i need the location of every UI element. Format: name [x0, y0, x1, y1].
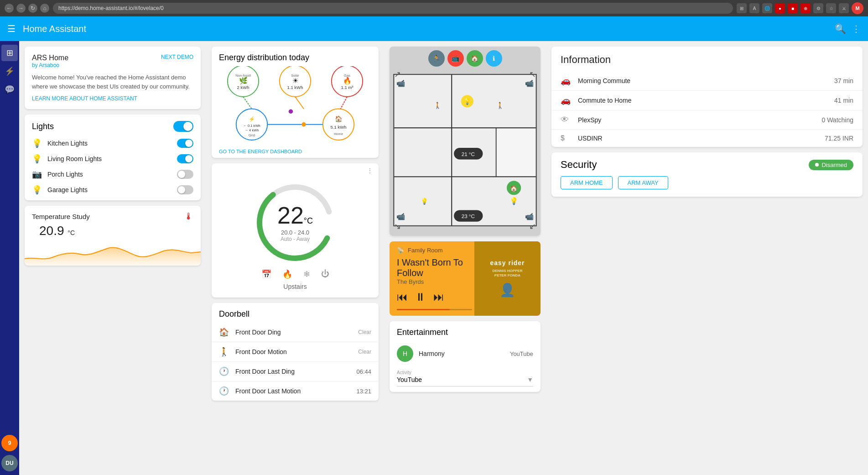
corner-camera-br: ↙: [529, 221, 536, 231]
arm-home-button[interactable]: ARM HOME: [561, 176, 613, 189]
doorbell-item-motion: 🚶 Front Door Motion Clear: [212, 342, 379, 362]
url-bar[interactable]: https://demo.home-assistant.io/#/lovelac…: [53, 3, 733, 14]
arm-away-button[interactable]: ARM AWAY: [618, 176, 668, 189]
doorbell-ding-clear[interactable]: Clear: [358, 329, 371, 335]
browser-ext-1[interactable]: ⊞: [737, 3, 747, 13]
car-icon-2: 🚗: [561, 95, 572, 105]
svg-text:🏠: 🏠: [335, 115, 343, 123]
entertainment-title: Entertainment: [390, 321, 541, 341]
kitchen-light-icon: 💡: [32, 138, 42, 148]
floorplan-nav-person-icon[interactable]: 🏃: [428, 50, 445, 67]
floorplan-nav-info-icon[interactable]: ℹ: [486, 50, 502, 67]
floorplan-nav-home-icon[interactable]: 🏠: [467, 50, 483, 67]
garage-light-knob: [178, 186, 185, 193]
commute-home-label: Commute to Home: [578, 97, 828, 104]
refresh-button[interactable]: ↻: [28, 4, 37, 13]
thermometer-icon: 🌡: [184, 211, 193, 222]
doorbell-item-ding: 🏠 Front Door Ding Clear: [212, 323, 379, 342]
sidebar-item-dashboard[interactable]: ⊞: [1, 45, 18, 61]
thermo-temp: 22°C 20.0 - 24.0 Auto - Away: [277, 204, 313, 242]
thermo-power-btn[interactable]: ⏻: [321, 269, 329, 279]
sidebar-item-energy[interactable]: ⚡: [1, 63, 18, 79]
browser-ext-8[interactable]: ☆: [826, 3, 836, 13]
thermo-menu-icon[interactable]: ⋮: [367, 167, 373, 174]
browser-ext-9[interactable]: ⚔: [839, 3, 849, 13]
browser-ext-2[interactable]: A: [749, 3, 759, 13]
thermo-name: Upstairs: [283, 283, 307, 290]
browser-ext-5[interactable]: ■: [788, 3, 798, 13]
svg-text:📹: 📹: [396, 79, 405, 88]
svg-line-21: [243, 97, 252, 109]
floorplan-card: 🏃 📺 🏠 ℹ: [390, 47, 541, 236]
svg-text:☀: ☀: [292, 77, 298, 84]
plexspy-item: 👁 PlexSpy 0 Watching: [551, 110, 863, 130]
temp-title: Temperature Study: [32, 213, 90, 220]
search-icon[interactable]: 🔍: [835, 23, 846, 34]
browser-profile[interactable]: M: [852, 2, 863, 14]
app-title: Home Assistant: [23, 24, 835, 34]
svg-text:→ 4 kWh: → 4 kWh: [244, 128, 259, 132]
svg-text:📹: 📹: [525, 79, 534, 88]
svg-text:📹: 📹: [396, 212, 405, 221]
doorbell-home-icon: 🏠: [219, 327, 230, 337]
thermo-schedule-btn[interactable]: 📅: [261, 269, 271, 279]
morning-commute-label: Morning Commute: [578, 77, 828, 84]
porch-light-label: Porch Lights: [47, 171, 172, 178]
security-header: Security Disarmed: [551, 152, 863, 176]
next-demo-button[interactable]: NEXT DEMO: [161, 54, 193, 60]
harmony-item: H Harmony YouTube: [390, 341, 541, 366]
thermo-header: ⋮: [212, 163, 379, 178]
doorbell-last-ding-value: 06:44: [356, 368, 371, 375]
harmony-icon: H: [397, 345, 413, 362]
more-icon[interactable]: ⋮: [852, 23, 861, 34]
music-title: I Wasn't Born To Follow: [397, 257, 472, 278]
svg-point-25: [289, 110, 293, 114]
pause-button[interactable]: ⏸: [415, 291, 426, 303]
notification-button[interactable]: 9: [1, 435, 18, 451]
music-source: 📡 Family Room: [397, 247, 472, 254]
sidebar-bottom: 9 DU: [1, 435, 18, 471]
learn-more-link[interactable]: LEARN MORE ABOUT HOME ASSISTANT: [32, 95, 193, 102]
energy-dashboard-link[interactable]: GO TO THE ENERGY DASHBOARD: [212, 145, 379, 158]
svg-rect-34: [496, 128, 536, 177]
browser-ext-7[interactable]: ⚙: [813, 3, 823, 13]
thermo-flame-btn[interactable]: 🔥: [282, 269, 292, 279]
welcome-subtitle[interactable]: by Arsaboo: [32, 62, 68, 68]
temperature-card: Temperature Study 🌡 20.9 °C: [25, 206, 201, 266]
garage-light-toggle[interactable]: [177, 185, 193, 194]
doorbell-motion-icon: 🚶: [219, 347, 230, 357]
kitchen-light-toggle[interactable]: [177, 139, 193, 148]
morning-commute-item: 🚗 Morning Commute 37 min: [551, 71, 863, 91]
doorbell-card: Doorbell 🏠 Front Door Ding Clear 🚶 Front…: [212, 303, 379, 401]
home-button[interactable]: ⌂: [40, 4, 49, 13]
thermo-fan-btn[interactable]: ❄: [303, 269, 310, 279]
prev-track-button[interactable]: ⏮: [397, 291, 408, 303]
living-room-light-toggle[interactable]: [177, 154, 193, 163]
doorbell-motion-clear[interactable]: Clear: [358, 349, 371, 355]
music-progress-fill: [397, 309, 450, 310]
menu-icon[interactable]: ☰: [7, 23, 16, 34]
forward-button[interactable]: →: [16, 4, 26, 13]
browser-ext-3[interactable]: 🌐: [762, 3, 772, 13]
svg-text:← 0.1 kWh: ← 0.1 kWh: [243, 124, 260, 128]
morning-commute-value: 37 min: [834, 77, 853, 84]
living-room-light-knob: [185, 155, 192, 162]
browser-ext-4[interactable]: ●: [775, 3, 785, 13]
thermo-body: 22°C 20.0 - 24.0 Auto - Away 📅 🔥 ❄: [212, 178, 379, 298]
floorplan-svg: 📹 📹 📹 📹 🚶 🚶 🚶 💡 💡 💡: [390, 47, 541, 236]
browser-ext-6[interactable]: ⊕: [800, 3, 811, 13]
porch-light-toggle[interactable]: [177, 170, 193, 179]
svg-text:🌿: 🌿: [239, 76, 248, 85]
back-button[interactable]: ←: [5, 4, 14, 13]
floorplan-nav-tv-icon[interactable]: 📺: [447, 50, 464, 67]
lights-master-toggle[interactable]: [173, 121, 193, 132]
next-track-button[interactable]: ⏭: [433, 291, 444, 303]
doorbell-title: Doorbell: [212, 303, 379, 323]
sidebar-item-history[interactable]: 💬: [1, 81, 18, 98]
temp-header: Temperature Study 🌡: [25, 206, 201, 224]
doorbell-item-last-ding: 🕐 Front Door Last Ding 06:44: [212, 362, 379, 381]
usdinr-item: $ USDINR 71.25 INR: [551, 130, 863, 147]
left-column: ARS Home by Arsaboo NEXT DEMO Welcome ho…: [19, 41, 206, 475]
svg-line-23: [341, 97, 347, 109]
user-avatar[interactable]: DU: [1, 455, 18, 471]
